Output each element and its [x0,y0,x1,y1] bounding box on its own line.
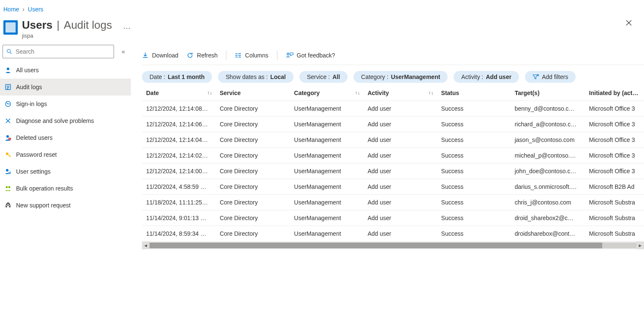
cell-category: UserManagement [290,117,363,132]
col-header-targets-label: Target(s) [515,90,540,96]
audit-logs-table: Date ↑↓ Service Category ↑↓ Activity ↑ [142,85,644,242]
search-icon [6,49,12,54]
svg-point-0 [7,49,11,53]
feedback-icon [286,52,293,59]
col-header-targets[interactable]: Target(s) [511,85,585,101]
cell-initiated: Microsoft Office 3 [585,101,644,117]
cell-targets: benny_d@contoso.c… [511,101,585,117]
table-row[interactable]: 12/12/2024, 12:14:04…Core DirectoryUserM… [142,132,644,148]
sidebar-item-label: All users [16,67,39,74]
refresh-label: Refresh [197,52,217,59]
cell-targets: jason_s@contoso.com [511,132,585,148]
table-row[interactable]: 12/12/2024, 12:14:02…Core DirectoryUserM… [142,148,644,163]
cell-initiated: Microsoft Substra [585,210,644,226]
cell-service: Core Directory [215,117,290,132]
filter-pill-service[interactable]: Service : All [299,71,348,83]
col-header-category[interactable]: Category ↑↓ [290,85,363,101]
cell-status: Success [437,226,511,242]
svg-point-11 [8,186,11,188]
breadcrumb-home[interactable]: Home [3,6,19,13]
cell-initiated: Microsoft Substra [585,226,644,242]
table-row[interactable]: 12/12/2024, 12:14:00…Core DirectoryUserM… [142,163,644,179]
cell-category: UserManagement [290,132,363,148]
cell-category: UserManagement [290,148,363,163]
sidebar-item-sign-in-logs[interactable]: Sign-in logs [0,95,131,112]
svg-point-2 [7,68,9,70]
cell-service: Core Directory [215,163,290,179]
search-input-wrapper[interactable] [3,45,114,58]
sidebar-item-support[interactable]: New support request [0,197,131,214]
sidebar-item-password-reset[interactable]: Password reset [0,146,131,163]
cell-targets: droidsharebox@cont… [511,226,585,242]
cell-status: Success [437,148,511,163]
page-subtitle: Audit logs [64,19,112,32]
svg-point-13 [287,53,289,55]
cell-category: UserManagement [290,163,363,179]
cell-date: 11/14/2024, 9:01:13 … [142,210,215,226]
cell-activity: Add user [363,210,437,226]
sidebar-item-bulk-ops[interactable]: Bulk operation results [0,180,131,197]
svg-point-8 [6,169,8,172]
close-icon [625,19,632,26]
col-header-category-label: Category [294,90,320,96]
col-header-status[interactable]: Status [437,85,511,101]
table-row[interactable]: 11/14/2024, 8:59:34 …Core DirectoryUserM… [142,226,644,242]
filter-service-value: All [332,74,340,80]
filter-showdates-value: Local [270,74,286,80]
add-filters-button[interactable]: Add filters [525,71,576,83]
col-header-date[interactable]: Date ↑↓ [142,85,215,101]
page-title: Users [22,19,52,32]
cell-category: UserManagement [290,179,363,195]
scroll-thumb[interactable] [149,242,602,248]
cell-date: 12/12/2024, 12:14:02… [142,148,215,163]
col-header-initiated-label: Initiated by (act… [589,90,639,96]
sidebar-item-user-settings[interactable]: User settings [0,163,131,180]
table-row[interactable]: 12/12/2024, 12:14:06…Core DirectoryUserM… [142,117,644,132]
add-filters-label: Add filters [542,74,568,80]
col-header-service-label: Service [220,90,241,96]
table-row[interactable]: 11/20/2024, 4:58:59 …Core DirectoryUserM… [142,179,644,195]
col-header-activity[interactable]: Activity ↑↓ [363,85,437,101]
audit-logs-icon [4,83,12,91]
columns-button[interactable]: Columns [235,52,268,59]
feedback-button[interactable]: Got feedback? [286,52,335,59]
cell-targets: chris_j@contoso.com [511,195,585,210]
close-button[interactable] [622,16,636,30]
horizontal-scrollbar[interactable]: ◄ ► [142,242,644,249]
cell-initiated: Microsoft Substra [585,195,644,210]
col-header-service[interactable]: Service [215,85,290,101]
filter-pill-category[interactable]: Category : UserManagement [353,71,448,83]
cell-activity: Add user [363,163,437,179]
table-row[interactable]: 12/12/2024, 12:14:08…Core DirectoryUserM… [142,101,644,117]
breadcrumb-users[interactable]: Users [28,6,43,13]
blade-icon [3,20,18,35]
filter-pill-showdates[interactable]: Show dates as : Local [218,71,293,83]
sort-icon: ↑↓ [429,90,434,96]
sidebar-item-diagnose[interactable]: Diagnose and solve problems [0,112,131,129]
sidebar-item-deleted-users[interactable]: Deleted users [0,129,131,146]
sidebar-nav: All usersAudit logsSign-in logsDiagnose … [0,62,131,214]
diagnose-icon [4,117,12,125]
download-button[interactable]: Download [142,52,178,59]
cell-category: UserManagement [290,195,363,210]
cell-initiated: Microsoft Office 3 [585,117,644,132]
scroll-track[interactable] [149,242,636,248]
scroll-left-button[interactable]: ◄ [142,242,149,249]
cell-date: 12/12/2024, 12:14:00… [142,163,215,179]
sign-in-logs-icon [4,100,12,108]
table-row[interactable]: 11/18/2024, 11:11:25…Core DirectoryUserM… [142,195,644,210]
sidebar-item-all-users[interactable]: All users [0,62,131,79]
filter-pill-activity[interactable]: Activity : Add user [454,71,519,83]
sidebar-item-audit-logs[interactable]: Audit logs [0,79,131,95]
search-input[interactable] [15,48,110,55]
table-row[interactable]: 11/14/2024, 9:01:13 …Core DirectoryUserM… [142,210,644,226]
col-header-initiated[interactable]: Initiated by (act… [585,85,644,101]
sidebar-item-label: Sign-in logs [16,101,47,107]
scroll-right-button[interactable]: ► [636,242,644,249]
refresh-button[interactable]: Refresh [187,52,217,59]
filter-pill-date[interactable]: Date : Last 1 month [142,71,212,83]
collapse-sidebar-button[interactable]: « [118,46,128,57]
cell-date: 12/12/2024, 12:14:04… [142,132,215,148]
cell-targets: micheal_p@contoso.… [511,148,585,163]
more-actions-button[interactable]: … [123,22,130,31]
